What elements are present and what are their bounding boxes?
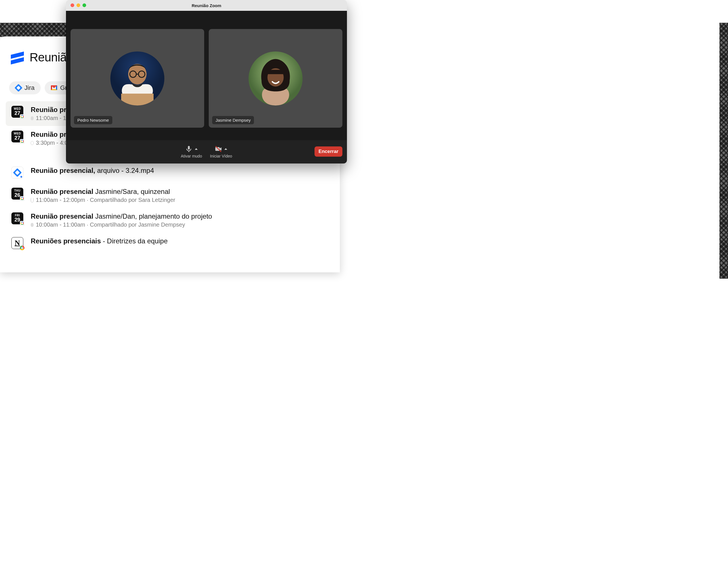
calendar-icon: WED 27 [11, 131, 23, 142]
result-item[interactable]: FRI 29 Reunião presencial Jasmine/Dan, p… [8, 208, 331, 233]
result-item[interactable]: ✦ Reunião presencial, arquivo - 3.24.mp4 [8, 162, 331, 183]
result-title: Reunião presencial, arquivo - 3.24.mp4 [31, 167, 154, 175]
event-color-marker-icon [31, 141, 33, 145]
calendar-icon: WED 27 [11, 106, 23, 118]
calendar-icon: THU 26 [11, 188, 23, 200]
event-color-marker-icon [31, 116, 33, 120]
result-item[interactable]: THU 26 Reunião presencial Jasmine/Sara, … [8, 183, 331, 208]
result-item[interactable]: N Reuniões presenciais - Diretrizes da e… [8, 233, 331, 254]
notion-icon: N [11, 237, 23, 249]
participant-tile[interactable]: Jasmine Dempsey [209, 29, 342, 128]
dropbox-badge-icon: ✦ [20, 175, 24, 179]
svg-rect-8 [188, 146, 190, 150]
avatar [110, 51, 164, 105]
gmail-icon [51, 85, 57, 91]
end-meeting-button[interactable]: Encerrar [314, 147, 342, 157]
window-maximize-icon[interactable] [82, 3, 86, 7]
svg-rect-7 [268, 70, 283, 74]
window-minimize-icon[interactable] [77, 3, 80, 7]
window-traffic-lights[interactable] [71, 3, 86, 7]
avatar [249, 51, 303, 105]
window-title: Reunião Zoom [192, 3, 221, 8]
start-video-button[interactable]: Iniciar Vídeo [210, 145, 232, 158]
google-calendar-badge-icon [20, 114, 24, 119]
zoom-video-grid: Pedro Newsome Jasmine Dempsey [66, 11, 347, 140]
video-label: Iniciar Vídeo [210, 154, 232, 158]
microphone-icon [185, 145, 192, 153]
google-calendar-badge-icon [20, 139, 24, 143]
window-close-icon[interactable] [71, 3, 74, 7]
google-calendar-badge-icon [20, 196, 24, 201]
mute-button[interactable]: Ativar mudo [181, 145, 202, 158]
filter-chip-jira[interactable]: Jira [9, 81, 41, 95]
mute-label: Ativar mudo [181, 154, 202, 158]
result-title: Reuniões presenciais - Diretrizes da equ… [31, 237, 168, 245]
result-subtitle: 11:00am - 12:00pm · Compartilhado por Sa… [31, 197, 175, 203]
calendar-icon: FRI 29 [11, 212, 23, 224]
participant-name-tag: Pedro Newsome [74, 116, 112, 124]
result-title: Reunião presencial Jasmine/Sara, quinzen… [31, 188, 175, 195]
participant-tile[interactable]: Pedro Newsome [71, 29, 204, 128]
window-titlebar[interactable]: Reunião Zoom [66, 0, 347, 11]
result-subtitle: 10:00am - 11:00am · Compartilhado por Ja… [31, 221, 212, 228]
zoom-toolbar: Ativar mudo Iniciar Vídeo Encerrar [66, 140, 347, 163]
google-calendar-badge-icon [20, 221, 24, 225]
file-icon: ✦ [11, 167, 23, 179]
chevron-up-icon[interactable] [195, 148, 198, 150]
chevron-up-icon[interactable] [224, 148, 227, 150]
participant-name-tag: Jasmine Dempsey [212, 116, 254, 124]
zoom-window: Reunião Zoom Pedro Newsome [66, 0, 347, 163]
app-logo-icon [11, 51, 24, 64]
chrome-badge-icon [20, 246, 24, 250]
camera-off-icon [215, 145, 222, 153]
event-color-marker-icon [31, 223, 33, 227]
attachment-marker-icon [31, 198, 33, 203]
result-title: Reunião presencial Jasmine/Dan, planejam… [31, 212, 212, 220]
jira-icon [15, 85, 22, 91]
chip-label: Jira [24, 84, 34, 91]
